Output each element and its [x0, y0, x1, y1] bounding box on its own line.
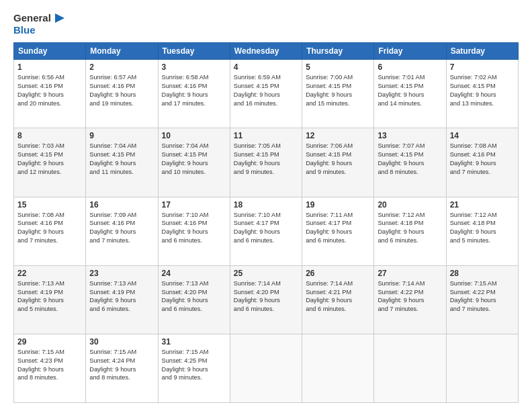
day-info: Sunrise: 7:15 AMSunset: 4:23 PMDaylight:… [17, 348, 82, 383]
day-number: 25 [234, 269, 298, 278]
logo-triangle-icon [52, 12, 64, 24]
calendar-cell: 17Sunrise: 7:10 AMSunset: 4:16 PMDayligh… [158, 197, 230, 265]
logo-text: General Blue [13, 12, 64, 36]
calendar-cell: 3Sunrise: 6:58 AMSunset: 4:16 PMDaylight… [158, 60, 230, 128]
calendar-cell: 13Sunrise: 7:07 AMSunset: 4:15 PMDayligh… [374, 128, 446, 197]
calendar-cell: 5Sunrise: 7:00 AMSunset: 4:15 PMDaylight… [302, 60, 374, 128]
calendar-cell: 31Sunrise: 7:15 AMSunset: 4:25 PMDayligh… [158, 334, 230, 402]
day-info: Sunrise: 7:13 AMSunset: 4:19 PMDaylight:… [89, 279, 154, 314]
day-info: Sunrise: 7:15 AMSunset: 4:22 PMDaylight:… [450, 279, 515, 314]
calendar-cell: 22Sunrise: 7:13 AMSunset: 4:19 PMDayligh… [14, 265, 86, 334]
calendar-cell: 14Sunrise: 7:08 AMSunset: 4:16 PMDayligh… [446, 128, 518, 197]
calendar-cell: 18Sunrise: 7:10 AMSunset: 4:17 PMDayligh… [230, 197, 302, 265]
calendar-cell: 24Sunrise: 7:13 AMSunset: 4:20 PMDayligh… [158, 265, 230, 334]
day-info: Sunrise: 7:12 AMSunset: 4:18 PMDaylight:… [378, 211, 442, 246]
day-info: Sunrise: 7:14 AMSunset: 4:21 PMDaylight:… [306, 279, 370, 314]
day-info: Sunrise: 7:04 AMSunset: 4:15 PMDaylight:… [89, 142, 154, 177]
day-number: 1 [17, 62, 82, 72]
svg-marker-0 [55, 13, 64, 23]
calendar-cell: 16Sunrise: 7:09 AMSunset: 4:16 PMDayligh… [86, 197, 158, 265]
day-number: 12 [306, 131, 370, 140]
calendar-cell: 11Sunrise: 7:05 AMSunset: 4:15 PMDayligh… [230, 128, 302, 197]
col-header-monday: Monday [86, 43, 158, 60]
day-number: 27 [378, 269, 442, 278]
day-info: Sunrise: 6:57 AMSunset: 4:16 PMDaylight:… [89, 73, 154, 108]
day-number: 10 [162, 131, 226, 140]
day-info: Sunrise: 7:04 AMSunset: 4:15 PMDaylight:… [162, 142, 226, 177]
calendar-cell: 12Sunrise: 7:06 AMSunset: 4:15 PMDayligh… [302, 128, 374, 197]
day-info: Sunrise: 6:56 AMSunset: 4:16 PMDaylight:… [17, 73, 82, 108]
day-info: Sunrise: 7:10 AMSunset: 4:16 PMDaylight:… [162, 211, 226, 246]
calendar-cell: 23Sunrise: 7:13 AMSunset: 4:19 PMDayligh… [86, 265, 158, 334]
calendar-cell: 2Sunrise: 6:57 AMSunset: 4:16 PMDaylight… [86, 60, 158, 128]
day-info: Sunrise: 7:08 AMSunset: 4:16 PMDaylight:… [17, 211, 82, 246]
day-number: 14 [450, 131, 515, 140]
day-info: Sunrise: 7:15 AMSunset: 4:24 PMDaylight:… [89, 348, 154, 383]
calendar-cell: 19Sunrise: 7:11 AMSunset: 4:17 PMDayligh… [302, 197, 374, 265]
calendar-cell: 1Sunrise: 6:56 AMSunset: 4:16 PMDaylight… [14, 60, 86, 128]
day-number: 19 [306, 200, 370, 210]
calendar-cell: 28Sunrise: 7:15 AMSunset: 4:22 PMDayligh… [446, 265, 518, 334]
header: General Blue [13, 12, 519, 36]
day-number: 8 [17, 131, 82, 140]
day-info: Sunrise: 7:15 AMSunset: 4:25 PMDaylight:… [162, 348, 226, 383]
calendar-cell: 15Sunrise: 7:08 AMSunset: 4:16 PMDayligh… [14, 197, 86, 265]
day-number: 29 [17, 337, 82, 347]
day-number: 21 [450, 200, 515, 210]
day-info: Sunrise: 7:05 AMSunset: 4:15 PMDaylight:… [234, 142, 298, 177]
day-info: Sunrise: 7:03 AMSunset: 4:15 PMDaylight:… [17, 142, 82, 177]
day-number: 16 [89, 200, 154, 210]
day-number: 24 [162, 269, 226, 278]
day-number: 20 [378, 200, 442, 210]
col-header-saturday: Saturday [446, 43, 518, 60]
day-info: Sunrise: 7:14 AMSunset: 4:22 PMDaylight:… [378, 279, 442, 314]
calendar-cell [446, 334, 518, 402]
col-header-thursday: Thursday [302, 43, 374, 60]
day-number: 18 [234, 200, 298, 210]
day-number: 3 [162, 62, 226, 72]
calendar-cell: 10Sunrise: 7:04 AMSunset: 4:15 PMDayligh… [158, 128, 230, 197]
day-info: Sunrise: 7:14 AMSunset: 4:20 PMDaylight:… [234, 279, 298, 314]
day-number: 11 [234, 131, 298, 140]
day-number: 26 [306, 269, 370, 278]
day-info: Sunrise: 7:12 AMSunset: 4:18 PMDaylight:… [450, 211, 515, 246]
calendar-cell [230, 334, 302, 402]
day-info: Sunrise: 7:06 AMSunset: 4:15 PMDaylight:… [306, 142, 370, 177]
logo: General Blue [13, 12, 64, 36]
day-info: Sunrise: 6:59 AMSunset: 4:15 PMDaylight:… [234, 73, 298, 108]
day-number: 13 [378, 131, 442, 140]
day-info: Sunrise: 7:00 AMSunset: 4:15 PMDaylight:… [306, 73, 370, 108]
day-number: 2 [89, 62, 154, 72]
calendar-cell: 21Sunrise: 7:12 AMSunset: 4:18 PMDayligh… [446, 197, 518, 265]
calendar-cell: 7Sunrise: 7:02 AMSunset: 4:15 PMDaylight… [446, 60, 518, 128]
calendar-cell: 27Sunrise: 7:14 AMSunset: 4:22 PMDayligh… [374, 265, 446, 334]
day-info: Sunrise: 7:07 AMSunset: 4:15 PMDaylight:… [378, 142, 442, 177]
day-info: Sunrise: 7:13 AMSunset: 4:20 PMDaylight:… [162, 279, 226, 314]
day-number: 5 [306, 62, 370, 72]
page: General Blue SundayMondayTuesdayWednesda… [0, 0, 532, 411]
day-number: 17 [162, 200, 226, 210]
day-number: 6 [378, 62, 442, 72]
day-number: 15 [17, 200, 82, 210]
col-header-sunday: Sunday [14, 43, 86, 60]
day-number: 9 [89, 131, 154, 140]
calendar-cell: 29Sunrise: 7:15 AMSunset: 4:23 PMDayligh… [14, 334, 86, 402]
day-info: Sunrise: 6:58 AMSunset: 4:16 PMDaylight:… [162, 73, 226, 108]
calendar-cell: 4Sunrise: 6:59 AMSunset: 4:15 PMDaylight… [230, 60, 302, 128]
calendar-cell: 30Sunrise: 7:15 AMSunset: 4:24 PMDayligh… [86, 334, 158, 402]
day-number: 4 [234, 62, 298, 72]
calendar-cell: 20Sunrise: 7:12 AMSunset: 4:18 PMDayligh… [374, 197, 446, 265]
col-header-wednesday: Wednesday [230, 43, 302, 60]
calendar-cell [302, 334, 374, 402]
day-info: Sunrise: 7:09 AMSunset: 4:16 PMDaylight:… [89, 211, 154, 246]
col-header-friday: Friday [374, 43, 446, 60]
day-info: Sunrise: 7:11 AMSunset: 4:17 PMDaylight:… [306, 211, 370, 246]
day-info: Sunrise: 7:13 AMSunset: 4:19 PMDaylight:… [17, 279, 82, 314]
calendar-cell [374, 334, 446, 402]
day-number: 31 [162, 337, 226, 347]
day-info: Sunrise: 7:10 AMSunset: 4:17 PMDaylight:… [234, 211, 298, 246]
day-info: Sunrise: 7:01 AMSunset: 4:15 PMDaylight:… [378, 73, 442, 108]
day-number: 30 [89, 337, 154, 347]
calendar-cell: 6Sunrise: 7:01 AMSunset: 4:15 PMDaylight… [374, 60, 446, 128]
day-info: Sunrise: 7:08 AMSunset: 4:16 PMDaylight:… [450, 142, 515, 177]
